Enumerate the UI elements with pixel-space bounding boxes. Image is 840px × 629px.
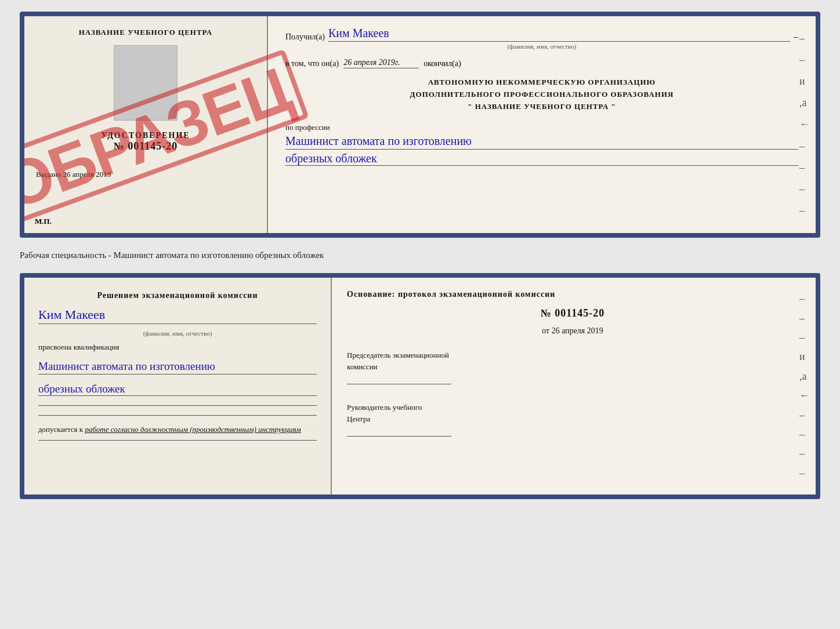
org-line2: ДОПОЛНИТЕЛЬНОГО ПРОФЕССИОНАЛЬНОГО ОБРАЗО… — [285, 89, 798, 101]
rukovoditel-line1: Руководитель учебного — [347, 403, 422, 412]
bottom-fio-hint: (фамилия, имя, отчество) — [38, 330, 317, 337]
profession-line2: обрезных обложек — [285, 152, 798, 166]
photo-placeholder — [114, 45, 178, 121]
school-title-top: НАЗВАНИЕ УЧЕБНОГО ЦЕНТРА — [36, 28, 255, 37]
profession-line1: Машинист автомата по изготовлению — [285, 134, 798, 150]
predsedatel-signature-line — [347, 384, 451, 384]
vudano-line: Выдано 26 апреля 2019 — [36, 170, 255, 179]
bottom-left-panel: Решением экзаменационной комиссии Ким Ма… — [24, 278, 332, 495]
poluchil-name: Ким Макеев — [328, 27, 790, 42]
top-right-panel: Получил(а) Ким Макеев – (фамилия, имя, о… — [268, 16, 816, 233]
bottom-kim-makeev: Ким Макеев — [38, 307, 317, 324]
dopuskaetsya-block: допускается к работе согласно должностны… — [38, 425, 317, 434]
rukovoditel-block: Руководитель учебного Центра — [347, 402, 798, 437]
vtom-block: в том, что он(а) 26 апреля 2019г. окончи… — [285, 58, 798, 68]
prisvoena-label: присвоена квалификация — [38, 343, 317, 352]
vtom-label: в том, что он(а) — [285, 59, 339, 68]
resheniyem-text: Решением экзаменационной комиссии — [38, 289, 317, 301]
blank-line-2 — [38, 415, 317, 416]
osnovanie-text: Основание: протокол экзаменационной коми… — [347, 288, 798, 300]
predsedatel-label: Председатель экзаменационной комиссии — [347, 350, 798, 372]
blank-line-1 — [38, 405, 317, 406]
right-dashes-bottom: – – – и ,а ← – – – – — [799, 278, 810, 495]
poluchil-label: Получил(а) — [285, 32, 325, 42]
udostoverenie-label: УДОСТОВЕРЕНИЕ — [36, 131, 255, 140]
bottom-right-panel: Основание: протокол экзаменационной коми… — [332, 278, 816, 495]
vudano-date: 26 апреля 2019 — [63, 170, 111, 179]
org-line1: АВТОНОМНУЮ НЕКОММЕРЧЕСКУЮ ОРГАНИЗАЦИЮ — [285, 77, 798, 89]
vudano-text: Выдано — [36, 170, 61, 179]
org-block: АВТОНОМНУЮ НЕКОММЕРЧЕСКУЮ ОРГАНИЗАЦИЮ ДО… — [285, 77, 798, 112]
blank-line-3 — [38, 440, 317, 441]
okonchil-label: окончил(а) — [423, 59, 461, 68]
dopuskaetsya-label: допускается к — [38, 425, 83, 434]
dopuskaetsya-italic: работе согласно должностным (производств… — [85, 425, 300, 434]
kval-line2: обрезных обложек — [38, 383, 317, 396]
predsedatel-block: Председатель экзаменационной комиссии — [347, 350, 798, 384]
poluchil-block: Получил(а) Ким Макеев – (фамилия, имя, о… — [285, 27, 798, 50]
udostoverenie-block: УДОСТОВЕРЕНИЕ № 001145-20 — [36, 131, 255, 152]
protocol-num: № 001145-20 — [347, 307, 798, 319]
mp-label: М.П. — [35, 217, 52, 226]
predsedatel-line2: комиссии — [347, 362, 378, 371]
ot-date: 26 апреля 2019 — [552, 326, 603, 335]
rukovoditel-label: Руководитель учебного Центра — [347, 402, 798, 424]
rukovoditel-line2: Центра — [347, 415, 370, 423]
right-dashes-top: – – и ,а ← – – – – — [799, 16, 810, 233]
middle-text: Рабочая специальность - Машинист автомат… — [20, 248, 820, 263]
blank-lines — [38, 405, 317, 416]
top-left-panel: НАЗВАНИЕ УЧЕБНОГО ЦЕНТРА УДОСТОВЕРЕНИЕ №… — [24, 16, 268, 233]
fio-hint-top: (фамилия, имя, отчество) — [285, 43, 798, 50]
org-line3: " НАЗВАНИЕ УЧЕБНОГО ЦЕНТРА " — [285, 101, 798, 113]
ot-prefix: от — [542, 326, 549, 335]
predsedatel-line1: Председатель экзаменационной — [347, 351, 449, 359]
top-document: НАЗВАНИЕ УЧЕБНОГО ЦЕНТРА УДОСТОВЕРЕНИЕ №… — [20, 12, 820, 238]
rukovoditel-signature-line — [347, 436, 451, 437]
ot-date-block: от 26 апреля 2019 — [347, 326, 798, 336]
udostoverenie-num: № 001145-20 — [36, 140, 255, 152]
profession-block: по профессии Машинист автомата по изгото… — [285, 121, 798, 166]
vtom-date: 26 апреля 2019г. — [343, 58, 419, 68]
poluchil-dash: – — [794, 31, 798, 42]
po-professii-label: по профессии — [285, 123, 798, 132]
kval-line1: Машинист автомата по изготовлению — [38, 360, 317, 375]
bottom-document: Решением экзаменационной комиссии Ким Ма… — [20, 273, 820, 499]
